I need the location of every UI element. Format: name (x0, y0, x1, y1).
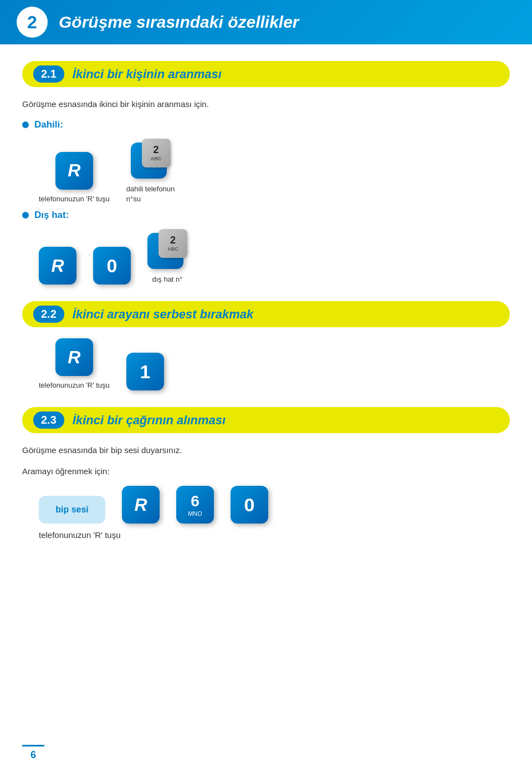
section-2-3-header: 2.3 İkinci bir çağrının alınması (22, 407, 510, 433)
dis-hat-0-key-group: 0 (93, 247, 131, 285)
numeric-key-front-2: 2 ABC (158, 229, 187, 258)
dahili-r-key-group: R telefonunuzun 'R' tuşu (39, 152, 110, 204)
dis-hat-num-key-group: 2 ABC dış hat n° (147, 229, 187, 285)
section-2-2-number: 2.2 (33, 306, 64, 323)
section-2-3-title: İkinci bir çağrının alınması (73, 413, 226, 428)
zero-key-s23: 0 (231, 486, 268, 524)
r-key-s22: R (55, 338, 93, 376)
bip-sesi-group: bip sesi (39, 496, 105, 524)
dis-hat-keys-row: R 0 2 ABC dış hat n° (39, 229, 510, 285)
section-2-1: 2.1 İkinci bir kişinin aranması Görüşme … (22, 61, 510, 285)
section-2-1-desc: Görüşme esnasında ikinci bir kişinin ara… (22, 98, 510, 111)
numeric-key-number-2: 2 (170, 235, 176, 246)
section-2-3-desc2: Aramayı öğrenmek için: (22, 465, 510, 478)
dis-hat-r-key-group: R (39, 247, 76, 285)
dis-hat-note: dış hat n° (152, 275, 182, 285)
dis-hat-bullet: Dış hat: (22, 210, 510, 221)
s22-1-key-group: 1 (126, 353, 164, 390)
section-2-1-number: 2.1 (33, 65, 64, 83)
section-2-2-header: 2.2 İkinci arayanı serbest bırakmak (22, 301, 510, 327)
section-2-1-header: 2.1 İkinci bir kişinin aranması (22, 61, 510, 87)
num-key-dahili-label: dahili telefonun n°su (126, 184, 175, 204)
dahili-num-key-group: 2 ABC dahili telefonun n°su (126, 139, 175, 204)
header-title: Görüşme sırasındaki özellikler (59, 13, 299, 32)
section-2-1-title: İkinci bir kişinin aranması (73, 67, 222, 82)
zero-key-dis-hat: 0 (93, 247, 131, 285)
dahili-keys-row: R telefonunuzun 'R' tuşu 2 ABC dahili te… (39, 139, 510, 204)
s23-r-key-group: R (122, 486, 160, 524)
numeric-key-dis-hat: 2 ABC (147, 229, 187, 269)
bip-box: bip sesi (39, 496, 105, 524)
s23-6-key-group: 6 MNO (176, 486, 214, 524)
numeric-key-front: 2 ABC (142, 139, 171, 167)
page-number: 6 (22, 745, 44, 761)
numeric-key-abc: ABC (151, 156, 162, 161)
dahili-bullet: Dahili: (22, 119, 510, 130)
section-2-3-bottom-label: telefonunuzun 'R' tuşu (39, 529, 510, 542)
r-key-dahili-label: telefonunuzun 'R' tuşu (39, 194, 110, 204)
content-area: 2.1 İkinci bir kişinin aranması Görüşme … (0, 61, 532, 542)
six-key-s23: 6 MNO (176, 486, 214, 524)
section-2-2: 2.2 İkinci arayanı serbest bırakmak R te… (22, 301, 510, 390)
r-key-dis-hat: R (39, 247, 76, 285)
header-banner: 2 Görüşme sırasındaki özellikler (0, 0, 532, 44)
s23-0-key-group: 0 (231, 486, 268, 524)
numeric-key-abc-2: ABC (167, 246, 178, 252)
section-2-2-keys-row: R telefonunuzun 'R' tuşu 1 (39, 338, 510, 390)
bullet-dot-dis-hat (22, 212, 29, 219)
section-2-2-title: İkinci arayanı serbest bırakmak (73, 307, 254, 322)
s22-r-key-group: R telefonunuzun 'R' tuşu (39, 338, 110, 390)
s22-key-label: telefonunuzun 'R' tuşu (39, 380, 110, 390)
section-2-3-number: 2.3 (33, 412, 64, 429)
numeric-key-number: 2 (154, 144, 159, 156)
one-key-s22: 1 (126, 353, 164, 390)
dis-hat-label: Dış hat: (34, 210, 69, 221)
section-2-3-keys-row: bip sesi R 6 MNO 0 (39, 486, 510, 524)
numeric-key-dahili: 2 ABC (131, 139, 171, 179)
dahili-label: Dahili: (34, 119, 63, 130)
section-2-3: 2.3 İkinci bir çağrının alınması Görüşme… (22, 407, 510, 542)
r-key-dahili: R (55, 152, 93, 190)
chapter-number: 2 (17, 7, 48, 38)
bullet-dot-dahili (22, 121, 29, 128)
section-2-3-desc1: Görüşme esnasında bir bip sesi duyarsını… (22, 444, 510, 457)
r-key-s23: R (122, 486, 160, 524)
